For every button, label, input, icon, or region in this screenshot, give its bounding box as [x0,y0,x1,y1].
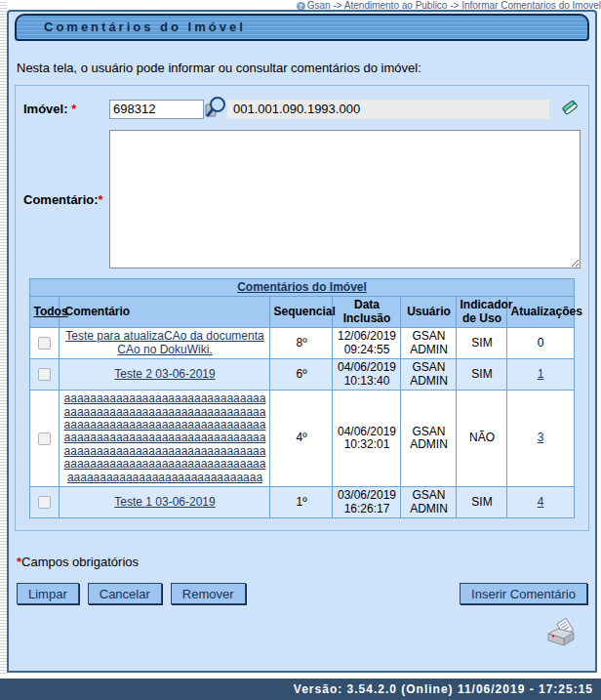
table-row: Teste para atualizaCAo da documentaCAo n… [30,328,574,359]
column-header-todos: Todos [30,297,60,328]
comment-cell: aaaaaaaaaaaaaaaaaaaaaaaaaaaaaaaaaaaaaaaa… [60,391,270,487]
action-buttons: Limpar Cancelar Remover Inserir Comentár… [17,583,587,604]
sequencial-cell: 8º [270,328,333,359]
table-caption-link[interactable]: Comentários do Imóvel [237,280,367,294]
inscricao-field: 001.001.090.1993.000 [227,100,549,119]
table-caption-row: Comentários do Imóvel [30,279,574,297]
comment-cell: Teste 1 03-06-2019 [60,487,270,518]
imovel-field-row: Imóvel: * 001.001.090.1993.000 [23,96,581,122]
atualizacoes-link[interactable]: 1 [538,367,544,381]
sequencial-cell: 6º [270,359,333,391]
data-inclusao-cell: 04/06/2019 10:32:01 [333,391,401,487]
cancelar-button[interactable]: Cancelar [88,583,162,604]
indicador-cell: SIM [457,359,507,391]
row-checkbox-cell [30,359,60,391]
row-checkbox[interactable] [38,337,51,350]
comments-table-body: Teste para atualizaCAo da documentaCAo n… [30,328,574,518]
row-checkbox[interactable] [38,432,51,445]
table-caption: Comentários do Imóvel [30,279,574,297]
comment-cell: Teste para atualizaCAo da documentaCAo n… [60,328,270,359]
version-footer: Versão: 3.54.2.0 (Online) 11/06/2019 - 1… [0,679,601,700]
imovel-label: Imóvel: * [23,102,109,116]
row-checkbox-cell [30,487,60,518]
breadcrumb: ?Gsan -> Atendimento ao Publico -> Infor… [0,0,601,10]
usuario-cell: GSAN ADMIN [401,328,457,359]
table-row: Teste 1 03-06-20191º03/06/2019 16:26:17G… [30,487,574,518]
indicador-cell: NÃO [457,391,507,487]
limpar-button[interactable]: Limpar [17,583,79,604]
comment-link[interactable]: Teste 2 03-06-2019 [114,367,215,381]
comments-table: Comentários do Imóvel Todos Comentário S… [29,278,574,518]
data-inclusao-cell: 04/06/2019 10:13:40 [333,359,401,391]
indicador-cell: SIM [457,328,507,359]
atualizacoes-link[interactable]: 3 [538,431,544,444]
required-fields-note: *Campos obrigatórios [17,555,595,569]
comment-link[interactable]: aaaaaaaaaaaaaaaaaaaaaaaaaaaaaaaaaaaaaaaa… [64,391,266,484]
row-checkbox[interactable] [38,368,51,381]
comment-link[interactable]: Teste para atualizaCAo da documentaCAo n… [65,329,263,355]
row-checkbox[interactable] [38,496,51,509]
indicador-cell: SIM [457,487,507,518]
column-header-comentario: Comentário [60,297,270,328]
table-header-row: Todos Comentário Sequencial Data Inclusã… [30,297,574,328]
comentario-field-row: Comentário:* [23,130,581,268]
usuario-cell: GSAN ADMIN [401,359,457,391]
printer-row [9,618,578,652]
data-inclusao-cell: 12/06/2019 09:24:55 [333,328,401,359]
breadcrumb-link[interactable]: Gsan -> Atendimento ao Publico -> Inform… [307,0,601,10]
comment-link[interactable]: Teste 1 03-06-2019 [114,495,215,509]
data-inclusao-cell: 03/06/2019 16:26:17 [333,487,401,518]
usuario-cell: GSAN ADMIN [401,487,457,518]
help-icon[interactable]: ? [297,2,305,10]
atualizacoes-link[interactable]: 4 [538,495,544,509]
atualizacoes-cell: 1 [507,359,574,391]
printer-icon[interactable] [544,618,578,652]
column-header-atualizacoes: Atualizações [507,297,574,328]
column-header-sequencial: Sequencial [270,297,333,328]
search-icon[interactable] [204,96,227,122]
inserir-comentario-button[interactable]: Inserir Comentário [460,583,587,604]
column-header-data-inclusao: Data Inclusão [333,297,401,328]
usuario-cell: GSAN ADMIN [401,391,457,487]
sequencial-cell: 4º [270,391,333,487]
comment-cell: Teste 2 03-06-2019 [60,359,270,391]
page-description: Nesta tela, o usuário pode informar ou c… [17,61,587,75]
main-frame: Comentários do Imóvel Nesta tela, o usuá… [7,10,597,673]
atualizacoes-cell: 4 [507,487,574,518]
comentario-textarea[interactable] [109,130,581,268]
sequencial-cell: 1º [270,487,333,518]
column-header-usuario: Usuário [401,297,457,328]
select-all-link[interactable]: Todos [33,305,67,318]
comentario-label: Comentário:* [23,192,109,207]
form-panel: Imóvel: * 001.001.090.1993.000 [15,85,589,531]
remover-button[interactable]: Remover [171,583,246,604]
row-checkbox-cell [30,328,60,359]
table-row: Teste 2 03-06-20196º04/06/2019 10:13:40G… [30,359,574,391]
page-title: Comentários do Imóvel [15,14,589,41]
left-stripe-decoration [0,0,7,674]
atualizacoes-cell: 3 [507,391,574,487]
column-header-indicador: Indicador de Uso [457,297,507,328]
eraser-icon[interactable] [559,97,581,121]
atualizacoes-cell: 0 [507,328,574,359]
row-checkbox-cell [30,391,60,487]
imovel-input[interactable] [109,100,204,119]
table-row: aaaaaaaaaaaaaaaaaaaaaaaaaaaaaaaaaaaaaaaa… [30,391,574,487]
